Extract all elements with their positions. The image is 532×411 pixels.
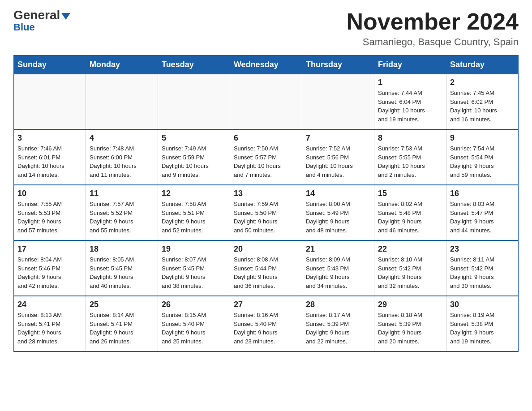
- day-number: 11: [90, 189, 154, 198]
- calendar-cell: [158, 74, 230, 130]
- day-info: Sunrise: 7:58 AMSunset: 5:51 PMDaylight:…: [162, 200, 226, 235]
- day-info: Sunrise: 7:57 AMSunset: 5:52 PMDaylight:…: [90, 200, 154, 235]
- day-number: 3: [17, 133, 82, 143]
- day-info: Sunrise: 7:54 AMSunset: 5:54 PMDaylight:…: [450, 144, 515, 179]
- calendar-cell: [302, 74, 374, 130]
- day-info: Sunrise: 8:00 AMSunset: 5:49 PMDaylight:…: [306, 200, 370, 235]
- calendar-cell: 4Sunrise: 7:48 AMSunset: 6:00 PMDaylight…: [86, 129, 158, 185]
- day-info: Sunrise: 7:55 AMSunset: 5:53 PMDaylight:…: [17, 200, 82, 235]
- day-number: 1: [378, 78, 442, 87]
- month-title: November 2024: [347, 9, 519, 34]
- calendar-week-1: 1Sunrise: 7:44 AMSunset: 6:04 PMDaylight…: [14, 74, 519, 130]
- logo-triangle-icon: [61, 13, 70, 20]
- day-number: 28: [306, 300, 370, 309]
- day-number: 6: [234, 133, 298, 143]
- day-number: 9: [450, 133, 515, 143]
- day-info: Sunrise: 8:10 AMSunset: 5:42 PMDaylight:…: [378, 255, 442, 290]
- day-info: Sunrise: 8:19 AMSunset: 5:38 PMDaylight:…: [450, 311, 515, 346]
- day-number: 23: [450, 244, 515, 254]
- day-header-friday: Friday: [374, 56, 446, 74]
- calendar-body: 1Sunrise: 7:44 AMSunset: 6:04 PMDaylight…: [14, 74, 519, 352]
- calendar-cell: 30Sunrise: 8:19 AMSunset: 5:38 PMDayligh…: [446, 296, 518, 351]
- day-info: Sunrise: 8:18 AMSunset: 5:39 PMDaylight:…: [378, 311, 442, 346]
- calendar-cell: 27Sunrise: 8:16 AMSunset: 5:40 PMDayligh…: [230, 296, 302, 351]
- calendar-cell: 6Sunrise: 7:50 AMSunset: 5:57 PMDaylight…: [230, 129, 302, 185]
- calendar-cell: 9Sunrise: 7:54 AMSunset: 5:54 PMDaylight…: [446, 129, 518, 185]
- day-number: 30: [450, 300, 515, 309]
- day-info: Sunrise: 7:45 AMSunset: 6:02 PMDaylight:…: [450, 89, 515, 124]
- day-info: Sunrise: 8:07 AMSunset: 5:45 PMDaylight:…: [162, 255, 226, 290]
- day-number: 13: [234, 189, 298, 198]
- calendar-cell: 26Sunrise: 8:15 AMSunset: 5:40 PMDayligh…: [158, 296, 230, 351]
- day-number: 25: [90, 300, 154, 309]
- calendar-cell: [86, 74, 158, 130]
- logo-blue: Blue: [13, 21, 35, 33]
- day-info: Sunrise: 8:05 AMSunset: 5:45 PMDaylight:…: [90, 255, 154, 290]
- day-number: 8: [378, 133, 442, 143]
- calendar-cell: 24Sunrise: 8:13 AMSunset: 5:41 PMDayligh…: [14, 296, 86, 351]
- calendar-cell: 22Sunrise: 8:10 AMSunset: 5:42 PMDayligh…: [374, 240, 446, 296]
- day-header-wednesday: Wednesday: [230, 56, 302, 74]
- calendar-cell: 21Sunrise: 8:09 AMSunset: 5:43 PMDayligh…: [302, 240, 374, 296]
- day-number: 5: [162, 133, 226, 143]
- day-header-sunday: Sunday: [14, 56, 86, 74]
- day-info: Sunrise: 8:14 AMSunset: 5:41 PMDaylight:…: [90, 311, 154, 346]
- day-header-thursday: Thursday: [302, 56, 374, 74]
- calendar-cell: 20Sunrise: 8:08 AMSunset: 5:44 PMDayligh…: [230, 240, 302, 296]
- calendar-cell: 23Sunrise: 8:11 AMSunset: 5:42 PMDayligh…: [446, 240, 518, 296]
- day-number: 15: [378, 189, 442, 198]
- calendar-cell: 8Sunrise: 7:53 AMSunset: 5:55 PMDaylight…: [374, 129, 446, 185]
- day-number: 16: [450, 189, 515, 198]
- calendar-cell: [14, 74, 86, 130]
- day-info: Sunrise: 8:17 AMSunset: 5:39 PMDaylight:…: [306, 311, 370, 346]
- calendar-cell: 13Sunrise: 7:59 AMSunset: 5:50 PMDayligh…: [230, 185, 302, 240]
- day-header-saturday: Saturday: [446, 56, 518, 74]
- day-number: 27: [234, 300, 298, 309]
- day-number: 14: [306, 189, 370, 198]
- calendar-cell: 15Sunrise: 8:02 AMSunset: 5:48 PMDayligh…: [374, 185, 446, 240]
- day-info: Sunrise: 8:11 AMSunset: 5:42 PMDaylight:…: [450, 255, 515, 290]
- day-number: 21: [306, 244, 370, 254]
- calendar-cell: 1Sunrise: 7:44 AMSunset: 6:04 PMDaylight…: [374, 74, 446, 130]
- calendar-cell: 14Sunrise: 8:00 AMSunset: 5:49 PMDayligh…: [302, 185, 374, 240]
- day-number: 29: [378, 300, 442, 309]
- day-info: Sunrise: 7:52 AMSunset: 5:56 PMDaylight:…: [306, 144, 370, 179]
- page-header: General Blue November 2024 Samaniego, Ba…: [13, 9, 519, 48]
- day-number: 7: [306, 133, 370, 143]
- calendar-week-5: 24Sunrise: 8:13 AMSunset: 5:41 PMDayligh…: [14, 296, 519, 351]
- day-info: Sunrise: 8:13 AMSunset: 5:41 PMDaylight:…: [17, 311, 82, 346]
- title-block: November 2024 Samaniego, Basque Country,…: [347, 9, 519, 48]
- calendar-cell: 11Sunrise: 7:57 AMSunset: 5:52 PMDayligh…: [86, 185, 158, 240]
- calendar-cell: 19Sunrise: 8:07 AMSunset: 5:45 PMDayligh…: [158, 240, 230, 296]
- calendar: SundayMondayTuesdayWednesdayThursdayFrid…: [13, 55, 519, 352]
- calendar-header: SundayMondayTuesdayWednesdayThursdayFrid…: [14, 56, 519, 74]
- calendar-cell: 29Sunrise: 8:18 AMSunset: 5:39 PMDayligh…: [374, 296, 446, 351]
- day-info: Sunrise: 7:49 AMSunset: 5:59 PMDaylight:…: [162, 144, 226, 179]
- day-number: 22: [378, 244, 442, 254]
- calendar-cell: 16Sunrise: 8:03 AMSunset: 5:47 PMDayligh…: [446, 185, 518, 240]
- calendar-cell: [230, 74, 302, 130]
- day-info: Sunrise: 8:16 AMSunset: 5:40 PMDaylight:…: [234, 311, 298, 346]
- day-number: 17: [17, 244, 82, 254]
- day-info: Sunrise: 7:48 AMSunset: 6:00 PMDaylight:…: [90, 144, 154, 179]
- day-info: Sunrise: 8:04 AMSunset: 5:46 PMDaylight:…: [17, 255, 82, 290]
- calendar-cell: 17Sunrise: 8:04 AMSunset: 5:46 PMDayligh…: [14, 240, 86, 296]
- calendar-cell: 28Sunrise: 8:17 AMSunset: 5:39 PMDayligh…: [302, 296, 374, 351]
- day-number: 19: [162, 244, 226, 254]
- day-info: Sunrise: 8:08 AMSunset: 5:44 PMDaylight:…: [234, 255, 298, 290]
- day-info: Sunrise: 8:02 AMSunset: 5:48 PMDaylight:…: [378, 200, 442, 235]
- calendar-cell: 10Sunrise: 7:55 AMSunset: 5:53 PMDayligh…: [14, 185, 86, 240]
- location: Samaniego, Basque Country, Spain: [347, 36, 519, 48]
- calendar-week-4: 17Sunrise: 8:04 AMSunset: 5:46 PMDayligh…: [14, 240, 519, 296]
- calendar-cell: 7Sunrise: 7:52 AMSunset: 5:56 PMDaylight…: [302, 129, 374, 185]
- calendar-cell: 25Sunrise: 8:14 AMSunset: 5:41 PMDayligh…: [86, 296, 158, 351]
- day-number: 20: [234, 244, 298, 254]
- calendar-week-2: 3Sunrise: 7:46 AMSunset: 6:01 PMDaylight…: [14, 129, 519, 185]
- logo-general: General: [13, 9, 60, 21]
- logo: General Blue: [13, 9, 70, 33]
- day-info: Sunrise: 7:53 AMSunset: 5:55 PMDaylight:…: [378, 144, 442, 179]
- day-header-tuesday: Tuesday: [158, 56, 230, 74]
- calendar-cell: 18Sunrise: 8:05 AMSunset: 5:45 PMDayligh…: [86, 240, 158, 296]
- day-info: Sunrise: 7:50 AMSunset: 5:57 PMDaylight:…: [234, 144, 298, 179]
- day-number: 12: [162, 189, 226, 198]
